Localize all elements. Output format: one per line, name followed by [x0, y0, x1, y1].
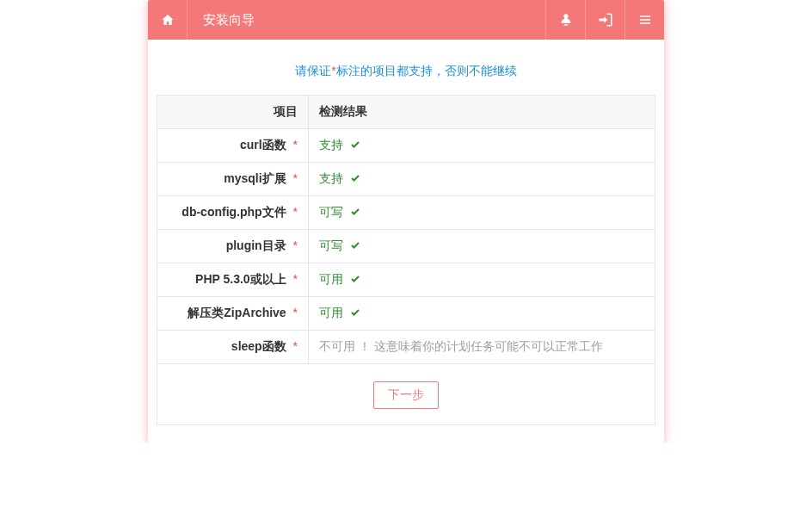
- row-label: mysqli扩展 *: [157, 163, 309, 196]
- table-row: sleep函数 *不可用 ！ 这意味着你的计划任务可能不可以正常工作: [157, 331, 655, 364]
- next-button[interactable]: 下一步: [373, 381, 439, 409]
- required-star: *: [293, 238, 298, 252]
- header-item: 项目: [157, 96, 309, 129]
- table-row: PHP 5.3.0或以上 *可用: [157, 263, 655, 297]
- row-label: sleep函数 *: [157, 331, 309, 364]
- check-table: 项目 检测结果 curl函数 *支持 mysqli扩展 *支持 db-confi…: [157, 95, 655, 364]
- check-icon: [350, 306, 360, 319]
- row-status: 支持: [309, 129, 655, 163]
- notice-text: 请保证*标注的项目都支持，否则不能继续: [157, 64, 655, 79]
- row-status: 可用: [309, 297, 655, 331]
- row-status: 可写: [309, 230, 655, 263]
- user-button[interactable]: [545, 0, 585, 40]
- table-header-row: 项目 检测结果: [157, 96, 655, 129]
- header-result: 检测结果: [309, 96, 655, 129]
- required-star: *: [293, 205, 298, 219]
- nav-right: [545, 0, 664, 40]
- row-status: 支持: [309, 163, 655, 196]
- row-label: PHP 5.3.0或以上 *: [157, 263, 309, 297]
- check-icon: [350, 205, 360, 219]
- row-status: 可写: [309, 196, 655, 230]
- row-label: 解压类ZipArchive *: [157, 297, 309, 331]
- table-row: mysqli扩展 *支持: [157, 163, 655, 196]
- user-icon: [559, 13, 573, 27]
- table-row: db-config.php文件 *可写: [157, 196, 655, 230]
- menu-button[interactable]: [624, 0, 664, 40]
- table-row: plugin目录 *可写: [157, 230, 655, 263]
- login-button[interactable]: [585, 0, 624, 40]
- row-label: db-config.php文件 *: [157, 196, 309, 230]
- check-icon: [350, 171, 360, 185]
- table-row: 解压类ZipArchive *可用: [157, 297, 655, 331]
- row-label: plugin目录 *: [157, 230, 309, 263]
- home-button[interactable]: [148, 0, 188, 40]
- navbar: 安装向导: [148, 0, 664, 40]
- sign-in-icon: [598, 12, 613, 28]
- check-icon: [350, 272, 360, 286]
- check-icon: [350, 238, 360, 252]
- install-wizard-panel: 安装向导 请保证*标注的项目都支持，否则不能继续: [148, 0, 664, 443]
- hamburger-icon: [638, 13, 652, 27]
- check-icon: [350, 138, 360, 152]
- row-label: curl函数 *: [157, 129, 309, 163]
- required-star: *: [293, 339, 298, 353]
- table-row: curl函数 *支持: [157, 129, 655, 163]
- row-status: 可用: [309, 263, 655, 297]
- row-status: 不可用 ！ 这意味着你的计划任务可能不可以正常工作: [309, 331, 655, 364]
- required-star: *: [293, 306, 298, 319]
- page-title: 安装向导: [188, 0, 545, 40]
- required-star: *: [293, 138, 298, 152]
- required-star: *: [293, 272, 298, 286]
- footer: 下一步: [157, 364, 655, 425]
- content: 请保证*标注的项目都支持，否则不能继续 项目 检测结果 curl函数 *支持 m…: [148, 40, 664, 443]
- required-star: *: [293, 171, 298, 185]
- home-icon: [161, 13, 175, 27]
